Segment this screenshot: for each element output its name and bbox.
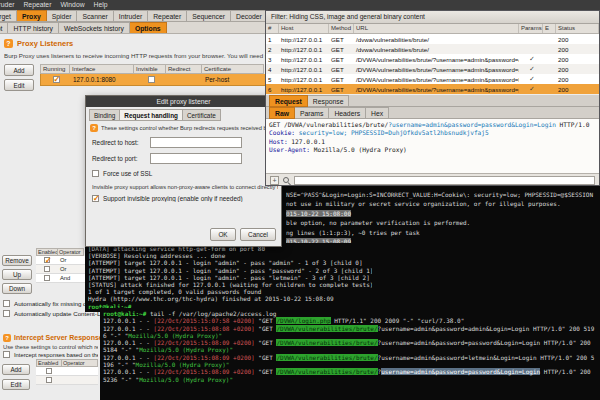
up-rule-button[interactable]: Up bbox=[2, 269, 32, 280]
tab-websockets-history[interactable]: WebSockets history bbox=[59, 22, 130, 34]
edit-listener-button[interactable]: Edit bbox=[4, 79, 34, 91]
listeners-table-header: Running Interface Invisible Redirect Cer… bbox=[40, 64, 266, 74]
edit-server-rule-button[interactable]: Edit bbox=[2, 379, 30, 390]
tab-intercept[interactable]: Intercept bbox=[0, 22, 8, 34]
menu-repeater[interactable]: Repeater bbox=[23, 0, 51, 10]
invisible-proxy-checkbox[interactable] bbox=[92, 195, 99, 202]
edit-proxy-listener-dialog: Edit proxy listener Binding Request hand… bbox=[85, 95, 282, 247]
ok-button[interactable]: OK bbox=[210, 228, 236, 241]
tab-scanner[interactable]: Scanner bbox=[77, 10, 113, 22]
intercept-responses-checkbox[interactable] bbox=[3, 351, 10, 358]
running-checkbox[interactable] bbox=[53, 76, 60, 83]
section-title-server-responses: Intercept Server Responses bbox=[14, 334, 107, 341]
cancel-button[interactable]: Cancel bbox=[240, 228, 276, 241]
rule-enabled-checkbox[interactable] bbox=[46, 368, 52, 374]
force-ssl-option[interactable]: Force use of SSL bbox=[92, 170, 272, 177]
redirect-host-label: Redirect to host: bbox=[92, 139, 139, 146]
help-icon[interactable]: ? bbox=[3, 334, 11, 342]
tab-spider[interactable]: Spider bbox=[47, 10, 78, 22]
tab-repeater[interactable]: Repeater bbox=[148, 10, 187, 22]
rule-enabled-checkbox[interactable] bbox=[44, 275, 50, 281]
search-bar: + Type a search term bbox=[266, 173, 599, 186]
log-entry: 127.0.0.1 - - [22/Oct/2015:15:08:09 +020… bbox=[103, 339, 597, 354]
history-row[interactable]: 4http://127.0.0.1GET/DVWA/vulnerabilitie… bbox=[266, 64, 599, 74]
terminal-hydra-attack[interactable]: [DATA] attacking service http-get-form o… bbox=[85, 243, 372, 312]
menu-intruder[interactable]: Intruder bbox=[0, 0, 14, 10]
help-icon[interactable]: ? bbox=[4, 39, 13, 48]
invisible-proxy-info: Invisible proxy support allows non-proxy… bbox=[92, 184, 278, 190]
dialog-tab-bar: Binding Request handling Certificate bbox=[89, 109, 281, 121]
tab-headers[interactable]: Headers bbox=[329, 107, 366, 119]
cookie-header: Cookie: security=low; PHPSESSID=DuhjOfkd… bbox=[269, 129, 599, 137]
add-listener-button[interactable]: Add bbox=[4, 64, 34, 76]
intercept-responses-option[interactable]: Intercept responses based on the followi… bbox=[3, 351, 98, 358]
force-ssl-checkbox[interactable] bbox=[92, 170, 99, 177]
log-entry: 127.0.0.1 - - [22/Oct/2015:15:07:58 +020… bbox=[103, 317, 597, 324]
rule-enabled-checkbox[interactable] bbox=[46, 377, 52, 383]
tab-http-history[interactable]: HTTP history bbox=[8, 22, 59, 34]
request-raw-view[interactable]: GET /DVWA/vulnerabilities/brute/?usernam… bbox=[266, 119, 599, 173]
redirect-port-input[interactable] bbox=[150, 153, 242, 164]
log-entry: 127.0.0.1 - - [22/Oct/2015:15:08:09 +020… bbox=[103, 368, 597, 383]
host-header: Host: 127.0.0.1 bbox=[269, 138, 599, 146]
rule-row[interactable] bbox=[36, 376, 98, 385]
terminal-access-log[interactable]: root@kali:~# tail -f /var/log/apache2/ac… bbox=[100, 308, 600, 400]
tab-sequencer[interactable]: Sequencer bbox=[187, 10, 231, 22]
history-row-selected[interactable]: 6http://127.0.0.1GET/DVWA/vulnerabilitie… bbox=[266, 84, 599, 94]
dialog-info-text: These settings control whether Burp redi… bbox=[101, 125, 278, 131]
tab-params[interactable]: Params bbox=[295, 107, 329, 119]
filter-bar[interactable]: Filter: Hiding CSS, image and general bi… bbox=[266, 11, 599, 24]
tab-intruder[interactable]: Intruder bbox=[114, 10, 148, 22]
tab-options[interactable]: Options bbox=[130, 22, 167, 34]
add-search-icon[interactable]: + bbox=[270, 176, 279, 185]
rule-row[interactable]: Or bbox=[36, 265, 85, 274]
listener-row[interactable]: 127.0.0.1:8080 Per-host bbox=[40, 74, 266, 86]
shell-command-line: root@kali:~# tail -f /var/log/apache2/ac… bbox=[103, 310, 597, 317]
tab-response[interactable]: Response bbox=[308, 95, 350, 107]
tab-hex[interactable]: Hex bbox=[366, 107, 389, 119]
auto-update-checkbox[interactable] bbox=[3, 310, 10, 317]
rule-row[interactable] bbox=[36, 367, 98, 376]
history-table-header: # Host Method URL Params E Status bbox=[266, 24, 599, 34]
history-row[interactable]: 1http://127.0.0.1GET/dvwa/vulnerabilitie… bbox=[266, 34, 599, 44]
search-input[interactable]: Type a search term bbox=[294, 176, 595, 185]
menu-help[interactable]: Help bbox=[94, 0, 108, 10]
client-rules-table: Enabled Operator Or Or And bbox=[36, 248, 85, 283]
tab-binding[interactable]: Binding bbox=[89, 109, 120, 121]
redirect-port-label: Redirect to port: bbox=[92, 155, 137, 162]
server-responses-description: Use these settings to control which resp… bbox=[3, 344, 98, 350]
add-server-rule-button[interactable]: Add bbox=[2, 364, 30, 375]
burp-http-history-window: Filter: Hiding CSS, image and general bi… bbox=[265, 10, 600, 186]
remove-rule-button[interactable]: Remove bbox=[2, 255, 32, 266]
rule-row[interactable]: Or bbox=[36, 256, 85, 265]
tab-request[interactable]: Request bbox=[269, 95, 308, 107]
tab-proxy[interactable]: Proxy bbox=[17, 10, 47, 22]
view-tab-bar: Raw Params Headers Hex bbox=[266, 107, 599, 119]
help-icon[interactable]: ? bbox=[90, 124, 98, 132]
rule-enabled-checkbox[interactable] bbox=[44, 257, 50, 263]
history-row[interactable]: 5http://127.0.0.1GET/DVWA/vulnerabilitie… bbox=[266, 74, 599, 84]
shell-prompt: root@kali:~# bbox=[103, 310, 146, 317]
log-entry: 127.0.0.1 - - [22/Oct/2015:15:08:08 +020… bbox=[103, 325, 597, 340]
tab-certificate[interactable]: Certificate bbox=[183, 109, 221, 121]
tab-request-handling[interactable]: Request handling bbox=[120, 109, 183, 121]
tab-decoder[interactable]: Decoder bbox=[231, 10, 268, 22]
params-check bbox=[519, 55, 543, 63]
history-row[interactable]: 3http://127.0.0.1GET/DVWA/vulnerabilitie… bbox=[266, 54, 599, 64]
server-rules-table: Enabled Operator bbox=[36, 359, 98, 385]
tab-raw[interactable]: Raw bbox=[269, 107, 295, 119]
history-row[interactable]: 2http://127.0.0.1GET/dvwa/vulnerabilitie… bbox=[266, 44, 599, 54]
invisible-proxy-option[interactable]: Support invisible proxying (enable only … bbox=[92, 195, 278, 202]
rule-row[interactable]: And bbox=[36, 274, 85, 283]
tab-target[interactable]: Target bbox=[0, 10, 17, 22]
log-entry: 127.0.0.1 - - [22/Oct/2015:15:08:09 +020… bbox=[103, 354, 597, 369]
redirect-host-input[interactable] bbox=[150, 137, 242, 148]
rule-enabled-checkbox[interactable] bbox=[44, 266, 50, 272]
down-rule-button[interactable]: Down bbox=[2, 283, 32, 294]
proxy-listeners-table: Running Interface Invisible Redirect Cer… bbox=[40, 64, 266, 86]
menu-window[interactable]: Window bbox=[60, 0, 84, 10]
invisible-checkbox[interactable] bbox=[148, 76, 155, 83]
search-icon bbox=[282, 176, 291, 185]
auto-fix-checkbox[interactable] bbox=[3, 300, 10, 307]
selected-timestamp: 015-10-22 15:08:00 bbox=[286, 210, 351, 217]
